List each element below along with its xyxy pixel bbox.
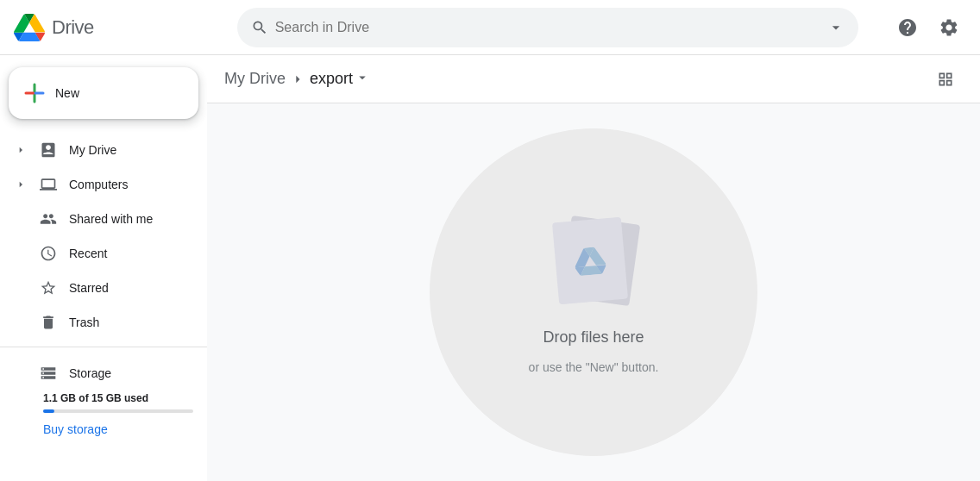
new-button[interactable]: New [9,67,198,119]
storage-icon [40,365,57,382]
main-content: My Drive export [207,55,980,481]
storage-info: 1.1 GB of 15 GB used [14,392,193,404]
sidebar-item-trash-label: Trash [69,315,99,329]
search-input[interactable] [268,20,827,35]
people-icon [40,210,57,228]
help-button[interactable] [890,10,925,45]
storage-bar-fill [43,409,54,413]
header: Drive [0,0,980,55]
drop-circle: Drop files here or use the "New" button. [430,128,757,456]
breadcrumb-chevron-icon [289,71,306,88]
buy-storage-button[interactable]: Buy storage [14,422,108,436]
computer-icon [40,176,57,193]
sidebar-item-shared-label: Shared with me [69,212,153,226]
new-button-label: New [55,86,79,100]
sidebar: New My Drive Computers [0,55,207,481]
breadcrumb-bar: My Drive export [207,55,980,103]
storage-used: 1.1 GB of 15 GB used [43,392,148,404]
search-bar[interactable] [237,8,858,47]
trash-icon [40,314,57,331]
drop-subtitle: or use the "New" button. [529,360,659,374]
folder-dropdown[interactable]: export [310,70,370,88]
sidebar-item-computers[interactable]: Computers [0,167,193,202]
storage-label: Storage [14,365,193,382]
header-actions [890,10,966,45]
layout: New My Drive Computers [0,55,980,481]
gear-icon [939,17,959,38]
sidebar-item-shared-with-me[interactable]: Shared with me [0,202,193,236]
grid-view-button[interactable] [928,62,963,97]
star-icon [40,279,57,297]
drop-zone: Drop files here or use the "New" button. [207,103,980,481]
drive-files-icon [542,211,645,315]
view-toggle [928,62,963,97]
search-icon [251,19,268,36]
file-card-front [552,216,628,304]
logo-text: Drive [52,16,94,39]
sidebar-item-starred[interactable]: Starred [0,271,193,305]
sidebar-item-recent-label: Recent [69,247,107,260]
logo-area: Drive [14,12,221,43]
drop-title: Drop files here [543,328,644,347]
breadcrumb: My Drive export [224,70,370,88]
storage-bar-background [43,409,193,413]
sidebar-item-my-drive[interactable]: My Drive [0,133,193,167]
folder-dropdown-chevron-icon [355,70,370,88]
plus-icon [22,81,47,105]
storage-section: Storage 1.1 GB of 15 GB used Buy storage [0,354,207,447]
storage-title: Storage [69,366,111,380]
help-icon [897,17,918,38]
chevron-icon [14,143,28,157]
breadcrumb-parent-link[interactable]: My Drive [224,70,286,88]
sidebar-item-trash[interactable]: Trash [0,305,193,340]
chevron-icon [14,178,28,191]
breadcrumb-current-label: export [310,70,353,88]
drive-icon [40,141,57,159]
sidebar-item-computers-label: Computers [69,178,128,191]
drive-mini-logo [574,245,607,275]
sidebar-divider [0,347,207,347]
drive-logo-icon [14,12,45,43]
sidebar-item-my-drive-label: My Drive [69,143,116,157]
grid-icon [937,71,954,88]
settings-button[interactable] [932,10,966,45]
sidebar-item-recent[interactable]: Recent [0,236,193,271]
sidebar-item-starred-label: Starred [69,281,109,295]
search-dropdown-icon[interactable] [827,19,845,36]
clock-icon [40,245,57,262]
